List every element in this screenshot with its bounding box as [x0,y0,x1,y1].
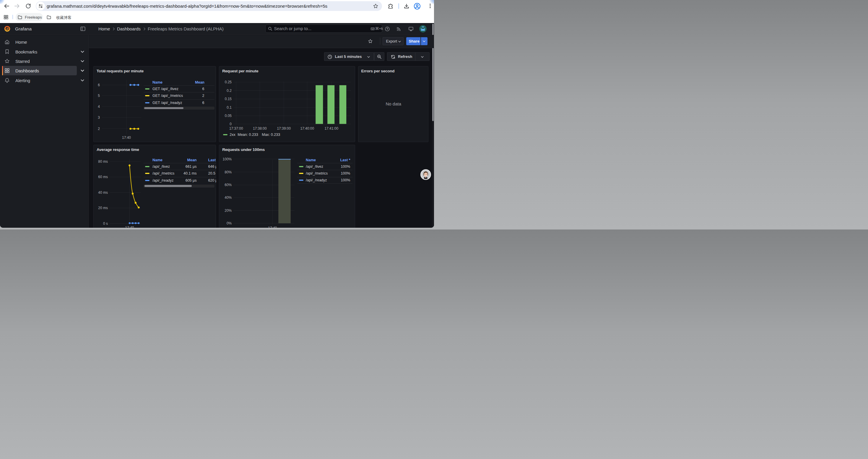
svg-text:60 ms: 60 ms [98,175,108,179]
svg-text:0.05: 0.05 [225,114,232,118]
svg-text:0 s: 0 s [103,221,108,225]
svg-text:60%: 60% [224,183,231,187]
svg-text:20%: 20% [224,208,231,212]
svg-text:17:41:00: 17:41:00 [325,126,339,131]
svg-text:80%: 80% [224,170,231,174]
svg-text:17:40:00: 17:40:00 [301,126,314,131]
svg-text:40 ms: 40 ms [98,190,108,194]
svg-text:17:40: 17:40 [125,225,134,228]
svg-text:0%: 0% [226,221,232,225]
svg-text:0.25: 0.25 [225,80,232,84]
svg-text:17:40: 17:40 [268,226,277,228]
svg-text:0.1: 0.1 [227,105,232,109]
svg-text:17:38:00: 17:38:00 [253,126,267,131]
svg-text:40%: 40% [224,196,231,200]
svg-text:6: 6 [98,83,100,87]
svg-text:0.15: 0.15 [225,97,232,101]
svg-text:2: 2 [98,126,100,131]
svg-text:3: 3 [98,116,100,120]
svg-text:4: 4 [98,104,100,108]
svg-text:5: 5 [98,93,100,97]
svg-text:0.2: 0.2 [227,88,232,93]
svg-text:0: 0 [230,122,232,126]
svg-text:100%: 100% [223,157,232,161]
svg-text:20 ms: 20 ms [98,206,108,210]
svg-text:17:39:00: 17:39:00 [277,126,291,131]
svg-text:80 ms: 80 ms [98,159,108,163]
svg-text:17:37:00: 17:37:00 [229,126,243,131]
svg-text:17:40: 17:40 [122,135,131,139]
